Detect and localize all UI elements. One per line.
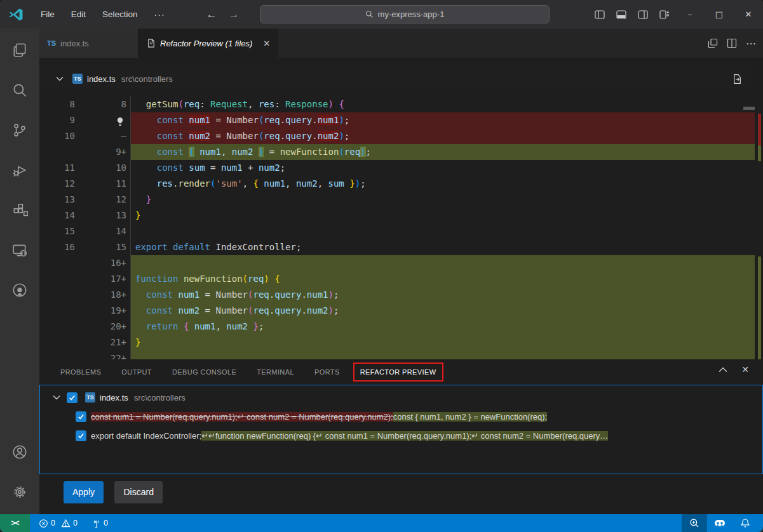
customize-layout-icon[interactable]: [654, 5, 675, 24]
code-line[interactable]: 16+: [39, 255, 763, 271]
tree-change-row[interactable]: export default IndexController;↵↵functio…: [40, 426, 762, 445]
original-line-number: 11: [39, 160, 75, 176]
toggle-secondary-sidebar-icon[interactable]: [632, 5, 654, 24]
toggle-panel-icon[interactable]: [611, 5, 632, 24]
panel-close-icon[interactable]: ✕: [741, 364, 749, 375]
change-checkbox[interactable]: [76, 430, 86, 441]
remote-indicator[interactable]: ><: [0, 514, 30, 532]
window-close-button[interactable]: ✕: [734, 0, 763, 29]
run-and-debug-icon[interactable]: [0, 152, 39, 189]
vscode-logo-icon: [8, 7, 24, 22]
source-control-icon[interactable]: [0, 112, 39, 149]
github-icon[interactable]: [0, 272, 39, 309]
diff-editor[interactable]: 88 getSum(req: Request, res: Response) {…: [39, 93, 763, 359]
window-maximize-button[interactable]: □: [705, 0, 734, 29]
toggle-primary-sidebar-icon[interactable]: [589, 5, 611, 24]
panel-tab-bar: PROBLEMSOUTPUTDEBUG CONSOLETERMINALPORTS…: [39, 359, 763, 385]
panel-tab-problems[interactable]: PROBLEMS: [55, 364, 106, 380]
code-line[interactable]: 10– const num2 = Number(req.query.num2);: [39, 128, 763, 144]
modified-line-number: 22+: [75, 350, 131, 359]
modified-line-number: 21+: [75, 335, 131, 350]
chevron-down-icon[interactable]: [53, 395, 60, 400]
preview-file-icon: [146, 38, 156, 48]
chevron-down-icon[interactable]: [56, 76, 64, 81]
copilot-icon[interactable]: [707, 514, 733, 532]
tab-index-ts[interactable]: TS index.ts: [39, 29, 138, 58]
title-bar: FileEditSelection ··· ← → my-express-app…: [0, 0, 763, 29]
notifications-bell-icon[interactable]: [733, 514, 758, 532]
accounts-icon[interactable]: [0, 434, 39, 470]
zoom-indicator-icon[interactable]: [682, 514, 707, 532]
tab-label: index.ts: [60, 39, 89, 48]
split-editor-icon[interactable]: [727, 38, 737, 48]
code-line[interactable]: 1110 const sum = num1 + num2;: [39, 160, 763, 176]
apply-button[interactable]: Apply: [64, 481, 104, 503]
panel-tab-output[interactable]: OUTPUT: [116, 364, 157, 380]
extensions-icon[interactable]: [0, 192, 39, 229]
tree-file-row[interactable]: TS index.ts src\controllers: [40, 388, 762, 407]
code-line[interactable]: 88 getSum(req: Request, res: Response) {: [39, 96, 763, 112]
code-text: const num2 = Number(req.query.num2);: [131, 303, 755, 319]
nav-back-button[interactable]: ←: [206, 8, 217, 21]
diff-file-header[interactable]: TS index.ts src\controllers: [39, 66, 754, 91]
code-line[interactable]: 18+ const num1 = Number(req.query.num1);: [39, 287, 763, 303]
error-count: 0: [51, 519, 55, 528]
code-line[interactable]: 1615export default IndexController;: [39, 239, 763, 255]
menu-edit[interactable]: Edit: [63, 5, 94, 24]
panel-tab-debug-console[interactable]: DEBUG CONSOLE: [167, 364, 241, 380]
explorer-icon[interactable]: [0, 32, 39, 69]
menu-selection[interactable]: Selection: [94, 5, 146, 24]
unchanged-text: export default IndexController;: [91, 431, 201, 441]
code-line[interactable]: 1312 }: [39, 192, 763, 208]
error-icon: [39, 519, 48, 528]
tree-change-row[interactable]: const num1 = Number(req.query.num1);↵ co…: [40, 407, 762, 426]
code-line[interactable]: 9 const num1 = Number(req.query.num1);: [39, 112, 763, 128]
code-text: function newFunction(req) {: [131, 271, 755, 287]
typescript-file-icon: TS: [72, 74, 83, 84]
code-line[interactable]: 22+: [39, 350, 763, 359]
tab-refactor-preview[interactable]: Refactor Preview (1 files) ✕: [138, 29, 278, 58]
open-changes-icon[interactable]: [708, 38, 718, 48]
warning-count: 0: [73, 519, 78, 528]
menu-file[interactable]: File: [32, 5, 63, 24]
code-line[interactable]: 1211 res.render('sum', { num1, num2, sum…: [39, 176, 763, 192]
original-line-number: [39, 303, 75, 319]
panel-tab-refactor-preview[interactable]: REFACTOR PREVIEW: [355, 364, 442, 380]
search-sidebar-icon[interactable]: [0, 72, 39, 109]
tab-close-icon[interactable]: ✕: [263, 39, 270, 48]
nav-forward-button[interactable]: →: [229, 8, 240, 21]
file-name: index.ts: [100, 393, 128, 402]
change-checkbox[interactable]: [76, 411, 86, 422]
editor-more-actions-icon[interactable]: ⋯: [746, 37, 757, 50]
panel-tab-terminal[interactable]: TERMINAL: [252, 364, 299, 380]
scrollbar-slider[interactable]: [743, 107, 755, 110]
ports-count: 0: [104, 519, 108, 528]
code-text: }: [131, 208, 755, 223]
typescript-file-icon: TS: [85, 392, 95, 402]
remote-explorer-icon[interactable]: [0, 232, 39, 269]
file-path: src\controllers: [134, 393, 186, 402]
ports-status[interactable]: 0: [88, 514, 112, 532]
file-checkbox[interactable]: [67, 392, 78, 403]
modified-line-number: 8: [75, 96, 131, 112]
code-line[interactable]: 1413}: [39, 208, 763, 223]
window-minimize-button[interactable]: –: [675, 0, 705, 29]
code-line[interactable]: 1514: [39, 223, 763, 239]
code-line[interactable]: 9+ const { num1, num2 } = newFunction(re…: [39, 144, 763, 160]
code-line[interactable]: 19+ const num2 = Number(req.query.num2);: [39, 303, 763, 319]
search-icon: [365, 10, 374, 18]
modified-line-number: 12: [75, 192, 131, 208]
vscode-window: FileEditSelection ··· ← → my-express-app…: [0, 0, 763, 532]
go-to-file-icon[interactable]: [732, 74, 743, 84]
discard-button[interactable]: Discard: [114, 481, 162, 503]
menu-overflow-button[interactable]: ···: [146, 10, 173, 20]
command-center-search[interactable]: my-express-app-1: [260, 5, 550, 23]
problems-status[interactable]: 0 0: [35, 514, 81, 532]
code-line[interactable]: 21+}: [39, 335, 763, 350]
settings-gear-icon[interactable]: [0, 474, 39, 510]
panel-maximize-chevron-icon[interactable]: [719, 367, 727, 373]
code-line[interactable]: 20+ return { num1, num2 };: [39, 319, 763, 335]
code-line[interactable]: 17+function newFunction(req) {: [39, 271, 763, 287]
panel-tab-ports[interactable]: PORTS: [309, 364, 345, 380]
refactor-preview-tree: TS index.ts src\controllers const num1 =…: [39, 385, 763, 474]
